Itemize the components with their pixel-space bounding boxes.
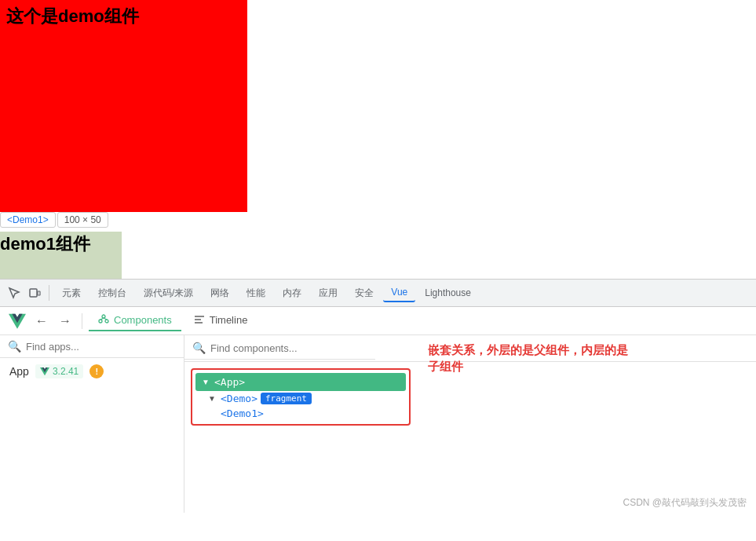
csdn-footer: CSDN @敲代码敲到头发茂密 [623,496,747,510]
tab-timeline[interactable]: Timeline [184,310,257,331]
chevron-app: ▼ [202,378,211,386]
preview-area: 这个是demo组件 <Demo1> 100 × 50 demo1组件 [0,0,756,279]
svg-line-5 [100,318,104,320]
tab-security[interactable]: 安全 [347,283,382,303]
right-search-bar: 🔍 [184,337,375,360]
tab-vue[interactable]: Vue [383,283,415,302]
toolbar-separator-1 [82,313,82,329]
demo-label-bar: <Demo1> 100 × 50 [0,212,108,228]
components-icon [98,313,109,327]
search-icon-right: 🔍 [192,342,206,354]
tree-row-demo[interactable]: ▼ <Demo> fragment [208,391,406,406]
fragment-badge: fragment [261,393,312,404]
svg-point-2 [102,315,105,318]
demo-component-label: <Demo> [221,393,257,404]
devtools-tab-bar: 元素 控制台 源代码/来源 网络 性能 内存 应用 安全 Vue Lightho… [0,279,756,307]
app-component-label: <App> [214,376,245,388]
timeline-tab-label: Timeline [210,314,248,326]
vue-version-text: 3.2.41 [53,366,79,377]
tab-network[interactable]: 网络 [203,283,237,303]
chevron-demo: ▼ [208,394,217,403]
svg-rect-7 [195,316,204,317]
tree-row-demo1[interactable]: <Demo1> [221,406,406,421]
demo-component-label: 这个是demo组件 [6,5,139,28]
back-button[interactable]: ← [31,311,52,331]
annotation-bubble: 嵌套关系，外层的是父组件，内层的是 子组件 [428,342,628,375]
tab-application[interactable]: 应用 [311,283,345,303]
tab-components[interactable]: Components [89,310,181,331]
red-demo-box [0,0,247,212]
tab-sources[interactable]: 源代码/来源 [136,283,201,303]
svg-line-6 [104,318,107,320]
tree-row-app[interactable]: ▼ <App> [195,373,406,391]
components-tab-label: Components [114,314,172,326]
apps-search-bar: 🔍 [0,335,184,358]
toolbar-separator [49,285,49,301]
tab-memory[interactable]: 内存 [275,283,309,303]
tab-performance[interactable]: 性能 [239,283,273,303]
vue-toolbar: ← → Components Timeline [0,307,756,335]
vue-logo [6,310,28,332]
right-panel: 🔍 嵌套关系，外层的是父组件，内层的是 子组件 ▼ <App> ▼ <Demo> [184,335,756,513]
device-toggle-icon[interactable] [25,283,44,302]
svg-rect-0 [30,289,37,297]
demo-size: 100 × 50 [57,212,108,228]
svg-point-3 [99,320,102,323]
svg-rect-9 [195,322,203,324]
tree-selected-box: ▼ <App> ▼ <Demo> fragment <Demo1> [191,368,411,426]
find-apps-input[interactable] [26,341,176,353]
vue-version-badge: 3.2.41 [35,364,83,378]
demo-tag: <Demo1> [0,212,56,228]
find-components-input[interactable] [210,342,367,354]
svg-rect-8 [195,319,201,320]
forward-button[interactable]: → [55,311,75,331]
components-search-row: 🔍 嵌套关系，外层的是父组件，内层的是 子组件 [184,335,756,362]
demo1-component-label: <Demo1> [221,408,264,419]
svg-point-4 [105,320,108,323]
main-content: 🔍 App 3.2.41 ! 🔍 [0,335,756,513]
demo1-text: demo1组件 [0,232,90,256]
tab-elements[interactable]: 元素 [54,283,89,303]
app-list-item[interactable]: App 3.2.41 ! [0,358,184,385]
inspect-icon[interactable] [5,283,24,302]
warning-icon: ! [89,364,104,378]
timeline-icon [194,313,205,327]
app-item-name: App [9,365,29,378]
svg-rect-1 [38,291,40,295]
tab-lighthouse[interactable]: Lighthouse [417,284,479,302]
search-icon-left: 🔍 [8,340,21,353]
left-panel: 🔍 App 3.2.41 ! [0,335,184,513]
tab-console[interactable]: 控制台 [90,283,134,303]
